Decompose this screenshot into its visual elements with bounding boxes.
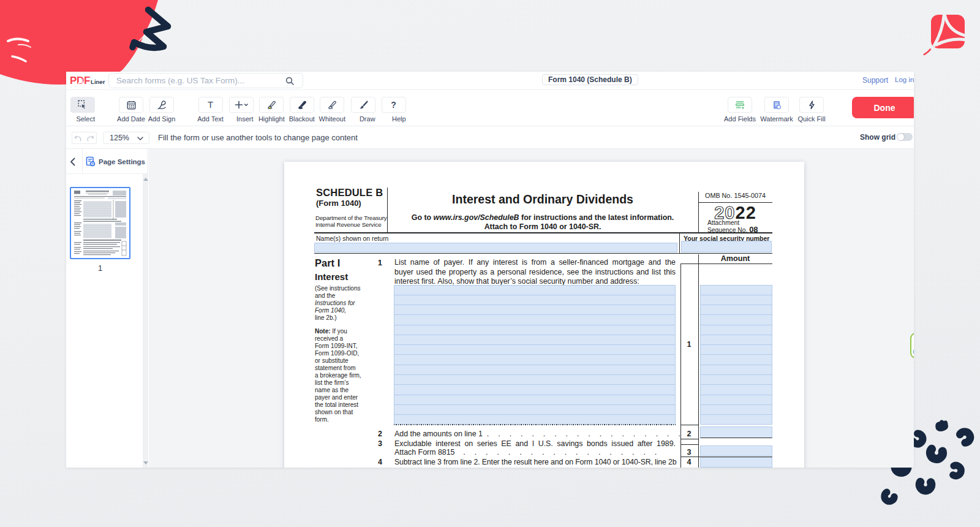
form-part1-label: Part I (315, 257, 340, 269)
search-form-container (108, 73, 303, 88)
form-line3-amount-field[interactable] (700, 445, 773, 456)
payer-row-field[interactable] (394, 374, 676, 385)
add-sign-tool-label: Add Sign (148, 115, 176, 123)
add-text-tool-label: Add Text (197, 115, 224, 123)
tool-icon-box (119, 97, 143, 113)
add-text-tool-button[interactable]: T Add Text (198, 97, 223, 124)
add-fields-tool-button[interactable]: Add Fields (728, 97, 752, 124)
blackout-tool-button[interactable]: Blackout (290, 97, 314, 124)
amount-row-field[interactable] (700, 365, 773, 375)
add-sign-tool-button[interactable]: Add Sign (149, 97, 174, 124)
form-name-label: Name(s) shown on return (316, 235, 388, 242)
amount-row-field[interactable] (700, 285, 773, 295)
form-line2-amount-field[interactable] (700, 427, 773, 438)
collapse-sidebar-button[interactable] (66, 149, 78, 174)
login-link[interactable]: Log in (895, 76, 914, 83)
form-main-title: Interest and Ordinary Dividends (387, 192, 698, 207)
done-button[interactable]: Done (852, 97, 914, 118)
payer-row-field[interactable] (394, 384, 676, 395)
payer-row-field[interactable] (394, 395, 676, 405)
form-payer-fields-grid[interactable] (394, 285, 676, 425)
pdfliner-logo[interactable]: PDF Liner (70, 75, 105, 87)
whiteout-tool-button[interactable]: Whiteout (320, 97, 344, 124)
payer-row-field[interactable] (394, 414, 676, 425)
page-settings-icon (86, 156, 96, 167)
select-tool-button[interactable]: Select (70, 97, 95, 124)
insert-tool-button[interactable]: Insert (229, 97, 254, 124)
amount-row-field[interactable] (700, 344, 773, 355)
form-number: (Form 1040) (316, 199, 361, 208)
payer-row-field[interactable] (394, 354, 676, 365)
sidebar-scrollbar[interactable] (143, 174, 148, 468)
amount-row-field[interactable] (700, 314, 773, 325)
amount-row-field[interactable] (700, 354, 773, 365)
logo-liner-text: Liner (91, 78, 105, 85)
page-settings-tab[interactable]: Page Settings (83, 149, 148, 174)
add-date-tool-button[interactable]: Add Date (119, 97, 143, 124)
amount-row-field[interactable] (700, 414, 773, 425)
page-settings-label: Page Settings (99, 158, 145, 165)
payer-row-field[interactable] (394, 295, 676, 305)
amount-row-field[interactable] (700, 384, 773, 395)
form-amount-fields-grid[interactable] (700, 285, 773, 425)
form-line1-instructions: List name of payer. If any interest is f… (394, 258, 676, 287)
form-omb-number: OMB No. 1545-0074 (698, 192, 772, 199)
amount-row-field[interactable] (700, 404, 773, 415)
page-thumbnail-preview (71, 188, 129, 258)
form-line2-number: 2 (374, 430, 382, 438)
form-header-vline-right (698, 192, 699, 233)
desktop-background: { "brand": { "logo_pdf": "PDF", "logo_li… (0, 0, 980, 527)
zoom-level-dropdown[interactable]: 125% (103, 132, 149, 144)
form-line4-amount-field[interactable] (700, 457, 773, 468)
form-line2-box-bottom (680, 439, 698, 439)
amount-row-field[interactable] (700, 395, 773, 405)
document-canvas-area: SCHEDULE B (Form 1040) Department of the… (149, 149, 914, 468)
redo-icon (86, 135, 94, 142)
document-title-chip: Form 1040 (Schedule B) (542, 74, 638, 85)
payer-row-field[interactable] (394, 325, 676, 335)
form-ssn-input-field[interactable] (681, 241, 772, 252)
search-input[interactable] (116, 74, 282, 88)
payer-row-field[interactable] (394, 404, 676, 415)
calendar-icon (127, 100, 136, 110)
support-link[interactable]: Support (862, 76, 888, 85)
scroll-down-arrow-icon[interactable] (143, 459, 148, 466)
form-line2-text: Add the amounts on line 1 . . . . . . . … (394, 430, 680, 438)
payer-row-field[interactable] (394, 314, 676, 325)
show-grid-toggle[interactable] (897, 133, 913, 141)
highlight-tool-button[interactable]: Highlight (259, 97, 284, 124)
amount-row-field[interactable] (700, 325, 773, 335)
form-header-thick-rule (314, 232, 772, 233)
search-icon[interactable] (285, 77, 294, 85)
payer-row-field[interactable] (394, 305, 676, 315)
amount-row-field[interactable] (700, 374, 773, 385)
payer-row-field[interactable] (394, 335, 676, 345)
chat-widget-edge[interactable] (910, 333, 914, 358)
add-fields-icon (735, 100, 745, 110)
help-tool-button[interactable]: ? Help (382, 97, 406, 124)
amount-row-field[interactable] (700, 305, 773, 315)
undo-button[interactable] (72, 132, 85, 144)
amount-row-field[interactable] (700, 335, 773, 345)
payer-row-field[interactable] (394, 344, 676, 355)
form-rownum-col-right-line (698, 254, 699, 468)
select-cursor-icon (78, 100, 88, 110)
payer-row-field[interactable] (394, 285, 676, 295)
amount-row-field[interactable] (700, 295, 773, 305)
quick-fill-tool-button[interactable]: Quick Fill (799, 97, 824, 124)
blackout-marker-icon (297, 100, 307, 110)
highlighter-icon (266, 100, 276, 110)
form-name-input-field[interactable] (314, 243, 677, 252)
watermark-tool-button[interactable]: Watermark (764, 97, 789, 124)
scroll-up-arrow-icon[interactable] (143, 175, 148, 183)
redo-button[interactable] (84, 132, 97, 144)
payer-row-field[interactable] (394, 365, 676, 375)
page-thumbnail[interactable] (70, 187, 130, 259)
tool-icon-box (290, 97, 314, 113)
paintbrush-icon (358, 100, 368, 110)
form-line3-box-top (680, 444, 698, 445)
draw-tool-button[interactable]: Draw (351, 97, 375, 124)
tool-icon-box (70, 97, 95, 113)
pages-sidebar: Page Settings (66, 149, 148, 468)
form-line3-number: 3 (374, 439, 382, 448)
